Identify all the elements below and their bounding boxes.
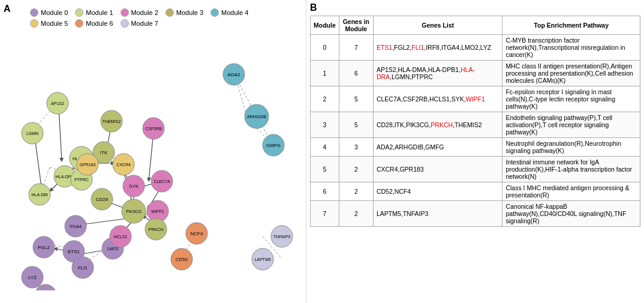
table-row-4: 43ADA2,ARHGDIB,GMFGNeutrophil degranulat… [311, 138, 640, 157]
svg-text:LYZ: LYZ [28, 275, 37, 280]
legend-label-module-2: Module 2 [131, 9, 158, 16]
svg-text:HLA-DM: HLA-DM [32, 193, 48, 197]
table-row-1: 16AP1S2,HLA-DMA,HLA-DPB1,HLA-DRA,LGMN,PT… [311, 61, 640, 86]
cell-gene-count-1: 6 [339, 61, 373, 86]
legend-dot-module-2 [121, 8, 129, 17]
red-gene-WIPF1: WIPF1 [466, 95, 485, 103]
svg-text:SYK: SYK [129, 184, 139, 189]
cell-pathway-6: Class I MHC mediated antigen processing … [502, 182, 640, 201]
cell-pathway-3: Endothelin signaling pathway(P),T cell a… [502, 112, 640, 138]
cell-gene-count-0: 7 [339, 35, 373, 61]
cell-genes-list-0: ETS1,FGL2,FLI1,IRF8,ITGA4,LMO2,LYZ [373, 35, 502, 61]
cell-pathway-5: Intestinal immune network for IgA produc… [502, 157, 640, 182]
legend: Module 0Module 1Module 2Module 3Module 4… [16, 6, 301, 30]
cell-genes-list-4: ADA2,ARHGDIB,GMFG [373, 138, 502, 157]
svg-text:ETS1: ETS1 [68, 249, 80, 254]
svg-text:CXCR4: CXCR4 [116, 163, 131, 167]
svg-line-28 [35, 137, 42, 191]
legend-dot-module-3 [165, 8, 174, 17]
table-row-6: 62CD52,NCF4Class I MHC mediated antigen … [311, 182, 640, 201]
cell-genes-list-7: LAPTM5,TNFAIP3 [373, 201, 502, 227]
svg-text:AP1S2: AP1S2 [51, 101, 64, 106]
svg-text:PRKCH: PRKCH [149, 227, 164, 232]
svg-text:ADA2: ADA2 [228, 72, 240, 77]
table-row-2: 25CLEC7A,CSF2RB,HCLS1,SYK,WIPF1Fc-epsilo… [311, 86, 640, 112]
legend-label-module-0: Module 0 [41, 9, 68, 16]
svg-text:FLI1: FLI1 [78, 265, 88, 271]
svg-line-19 [83, 218, 128, 224]
svg-text:CD28: CD28 [96, 197, 109, 202]
legend-item-module-2: Module 2 [121, 8, 158, 17]
cell-module-3: 3 [311, 112, 339, 138]
red-gene-HLA-DRA: HLA-DRA [377, 66, 475, 80]
legend-dot-module-1 [75, 8, 83, 17]
cell-pathway-0: C-MYB transcription factor network(N),Tr… [502, 35, 640, 61]
cell-module-0: 0 [311, 35, 339, 61]
cell-genes-list-1: AP1S2,HLA-DMA,HLA-DPB1,HLA-DRA,LGMN,PTPR… [373, 61, 502, 86]
cell-module-6: 6 [311, 182, 339, 201]
cell-gene-count-5: 2 [339, 157, 373, 182]
col-top-pathway: Top Enrichment Pathway [502, 16, 640, 35]
legend-label-module-5: Module 5 [41, 20, 68, 27]
svg-text:TNFAIP3: TNFAIP3 [273, 235, 291, 239]
cell-pathway-7: Canonical NF-kappaB pathway(N),CD40/CD40… [502, 201, 640, 227]
red-gene-FLI1: FLI1 [411, 44, 424, 51]
table-row-3: 35CD28,ITK,PIK3CG,PRKCH,THEMIS2Endotheli… [311, 112, 640, 138]
panel-label-b: B [310, 2, 317, 13]
cell-gene-count-3: 5 [339, 112, 373, 138]
svg-text:PIK3CG: PIK3CG [126, 209, 142, 214]
col-genes-list: Genes List [373, 16, 502, 35]
cell-module-7: 7 [311, 201, 339, 227]
red-gene-PRKCH: PRKCH [431, 121, 453, 128]
cell-pathway-4: Neutrophil degranulation(R),Neurotrophin… [502, 138, 640, 157]
cell-module-2: 2 [311, 86, 339, 112]
red-gene-ETS1: ETS1 [377, 44, 392, 51]
enrichment-table: Module Genes in Module Genes List Top En… [310, 16, 640, 227]
svg-text:HCLS1: HCLS1 [114, 235, 128, 239]
right-panel: B Module Genes in Module Genes List Top … [306, 0, 644, 303]
cell-genes-list-5: CXCR4,GPR183 [373, 157, 502, 182]
cell-genes-list-2: CLEC7A,CSF2RB,HCLS1,SYK,WIPF1 [373, 86, 502, 112]
left-panel: A Module 0Module 1Module 2Module 3Module… [0, 0, 306, 303]
svg-text:GPR183: GPR183 [80, 163, 96, 167]
legend-item-module-4: Module 4 [210, 8, 248, 17]
svg-text:GMFG: GMFG [266, 143, 281, 148]
cell-gene-count-4: 3 [339, 138, 373, 157]
svg-text:CSF2RB: CSF2RB [145, 127, 162, 131]
cell-module-5: 5 [311, 157, 339, 182]
legend-label-module-6: Module 6 [86, 20, 113, 27]
legend-dot-module-5 [30, 19, 38, 28]
legend-item-module-1: Module 1 [75, 8, 113, 17]
legend-item-module-7: Module 7 [121, 19, 158, 28]
cell-module-1: 1 [311, 61, 339, 86]
legend-item-module-5: Module 5 [30, 19, 68, 28]
svg-text:CLEC7A: CLEC7A [154, 179, 170, 184]
legend-item-module-0: Module 0 [30, 8, 68, 17]
table-row-0: 07ETS1,FGL2,FLI1,IRF8,ITGA4,LMO2,LYZC-MY… [311, 35, 640, 61]
legend-label-module-3: Module 3 [176, 9, 203, 16]
svg-text:LAPTM5: LAPTM5 [254, 257, 270, 262]
panel-label-a: A [4, 4, 11, 14]
cell-module-4: 4 [311, 138, 339, 157]
legend-label-module-7: Module 7 [131, 20, 158, 27]
legend-label-module-1: Module 1 [86, 9, 113, 16]
col-module: Module [311, 16, 339, 35]
cell-pathway-2: Fc-epsilon receptor I signaling in mast … [502, 86, 640, 112]
svg-text:ARHGDIB: ARHGDIB [247, 115, 266, 119]
cell-genes-list-3: CD28,ITK,PIK3CG,PRKCH,THEMIS2 [373, 112, 502, 138]
cell-gene-count-6: 2 [339, 182, 373, 201]
svg-text:FGL2: FGL2 [38, 245, 50, 250]
table-row-5: 52CXCR4,GPR183Intestinal immune network … [311, 157, 640, 182]
svg-text:PTPRC: PTPRC [74, 178, 89, 182]
cell-pathway-1: MHC class II antigen presentation(R),Ant… [502, 61, 640, 86]
svg-text:CD52: CD52 [176, 257, 188, 262]
svg-text:NCF4: NCF4 [191, 231, 203, 236]
table-row-7: 72LAPTM5,TNFAIP3Canonical NF-kappaB path… [311, 201, 640, 227]
svg-text:ITGA4: ITGA4 [70, 224, 82, 229]
cell-gene-count-7: 2 [339, 201, 373, 227]
legend-item-module-6: Module 6 [75, 19, 113, 28]
col-genes-in-module: Genes in Module [339, 16, 373, 35]
svg-text:ITK: ITK [100, 150, 108, 155]
svg-text:WIPF1: WIPF1 [151, 209, 164, 214]
cell-gene-count-2: 5 [339, 86, 373, 112]
